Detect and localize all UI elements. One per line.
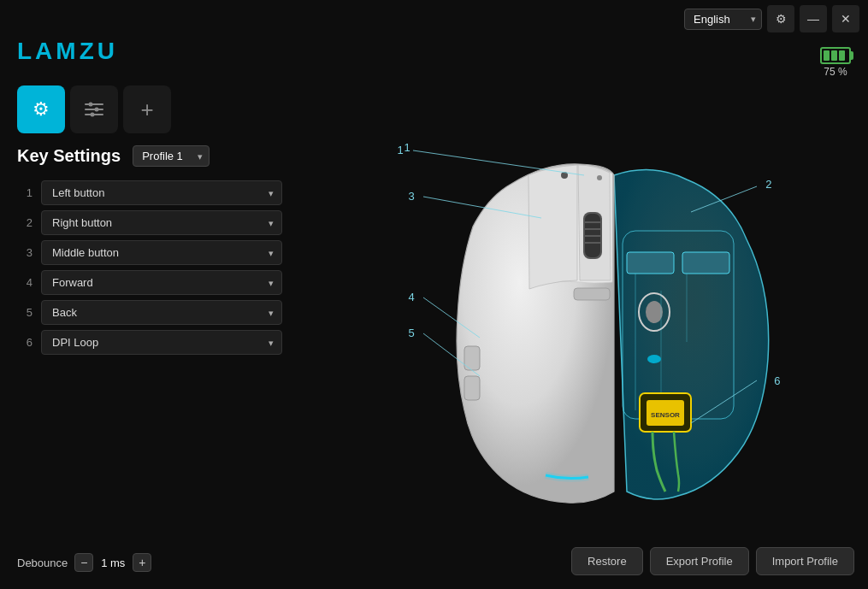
battery-area: 75 % [820, 47, 851, 78]
svg-point-17 [647, 355, 661, 363]
svg-point-24 [561, 172, 568, 179]
key-settings-header: Key Settings Profile 1 Profile 2 Profile… [17, 145, 282, 167]
debounce-value: 1 ms [100, 557, 126, 569]
table-row: 6 Left button Right button Middle button… [17, 330, 282, 355]
button-2-wrapper[interactable]: Left button Right button Middle button F… [41, 210, 282, 235]
button-rows: 1 Left button Right button Middle button… [17, 180, 282, 355]
tab-add[interactable]: + [123, 85, 171, 133]
bottom-actions: Restore Export Profile Import Profile [571, 547, 854, 575]
battery-bars [822, 49, 847, 62]
export-profile-button[interactable]: Export Profile [650, 547, 749, 575]
language-select[interactable]: English Chinese Japanese [684, 9, 762, 30]
diagram-label-1-text: 1 [398, 144, 404, 156]
button-4-wrapper[interactable]: Left button Right button Middle button F… [41, 270, 282, 295]
button-4-select[interactable]: Left button Right button Middle button F… [41, 270, 282, 295]
svg-point-8 [646, 301, 663, 323]
button-3-select[interactable]: Left button Right button Middle button F… [41, 240, 282, 265]
tab-performance[interactable] [70, 85, 118, 133]
table-row: 3 Left button Right button Middle button… [17, 240, 282, 265]
row-num-6: 6 [17, 336, 32, 349]
button-6-wrapper[interactable]: Left button Right button Middle button F… [41, 330, 282, 355]
button-1-select[interactable]: Left button Right button Middle button F… [41, 180, 282, 205]
diagram-label-1: 1 [404, 141, 410, 154]
row-num-2: 2 [17, 216, 32, 229]
key-settings-panel: Key Settings Profile 1 Profile 2 Profile… [17, 145, 282, 355]
svg-rect-27 [464, 376, 480, 400]
mouse-svg: SENSOR [362, 85, 806, 530]
svg-point-3 [89, 103, 93, 107]
toolbar: ⚙ + [17, 85, 171, 133]
diagram-label-5-text: 5 [409, 327, 415, 339]
table-row: 5 Left button Right button Middle button… [17, 300, 282, 325]
key-settings-title: Key Settings [17, 146, 121, 166]
diagram-label-3-text: 3 [409, 190, 415, 203]
table-row: 2 Left button Right button Middle button… [17, 210, 282, 235]
debounce-plus-button[interactable]: + [133, 553, 151, 572]
debounce-label: Debounce [17, 557, 68, 569]
button-2-select[interactable]: Left button Right button Middle button F… [41, 210, 282, 235]
debounce-minus-button[interactable]: − [74, 553, 93, 572]
battery-bar-3 [839, 50, 845, 61]
diagram-label-2-text: 2 [765, 178, 771, 191]
svg-text:SENSOR: SENSOR [651, 411, 680, 419]
diagram-label-6-text: 6 [774, 374, 780, 387]
app-logo: LAMZU [17, 38, 118, 65]
settings-button[interactable]: ⚙ [767, 5, 794, 32]
svg-point-4 [95, 108, 99, 112]
button-6-select[interactable]: Left button Right button Middle button F… [41, 330, 282, 355]
battery-icon [820, 47, 851, 64]
button-5-wrapper[interactable]: Left button Right button Middle button F… [41, 300, 282, 325]
svg-rect-28 [574, 288, 610, 300]
button-1-wrapper[interactable]: Left button Right button Middle button F… [41, 180, 282, 205]
svg-rect-26 [464, 346, 480, 370]
svg-point-5 [91, 113, 95, 117]
svg-rect-10 [682, 252, 729, 274]
debounce-bar: Debounce − 1 ms + [17, 553, 151, 572]
diagram-label-4-text: 4 [409, 291, 415, 303]
table-row: 1 Left button Right button Middle button… [17, 180, 282, 205]
battery-bar-1 [824, 50, 830, 61]
row-num-5: 5 [17, 306, 32, 319]
profile-selector-wrapper[interactable]: Profile 1 Profile 2 Profile 3 [133, 145, 210, 167]
restore-button[interactable]: Restore [571, 547, 643, 575]
close-button[interactable]: ✕ [832, 5, 859, 32]
svg-point-25 [597, 175, 602, 180]
minimize-button[interactable]: — [800, 5, 827, 32]
battery-bar-2 [831, 50, 837, 61]
mouse-diagram-area: SENSOR [299, 77, 868, 538]
row-num-4: 4 [17, 276, 32, 289]
table-row: 4 Left button Right button Middle button… [17, 270, 282, 295]
mouse-diagram: SENSOR [362, 85, 806, 530]
tab-key-settings[interactable]: ⚙ [17, 85, 65, 133]
language-selector-wrapper[interactable]: English Chinese Japanese [684, 9, 762, 30]
battery-percent: 75 % [824, 66, 847, 78]
button-3-wrapper[interactable]: Left button Right button Middle button F… [41, 240, 282, 265]
row-num-3: 3 [17, 246, 32, 259]
svg-rect-9 [627, 252, 674, 274]
profile-select[interactable]: Profile 1 Profile 2 Profile 3 [133, 145, 210, 167]
row-num-1: 1 [17, 186, 32, 199]
button-5-select[interactable]: Left button Right button Middle button F… [41, 300, 282, 325]
title-bar: English Chinese Japanese ⚙ — ✕ [0, 0, 868, 38]
import-profile-button[interactable]: Import Profile [756, 547, 854, 575]
